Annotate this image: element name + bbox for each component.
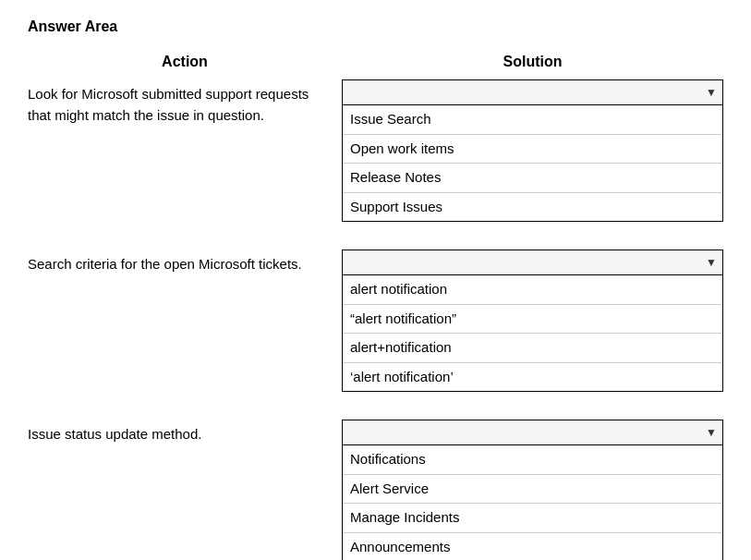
action-cell-0: Look for Microsoft submitted support req… xyxy=(28,79,342,126)
option-item-0-2[interactable]: Release Notes xyxy=(343,163,722,192)
options-list-0: Issue SearchOpen work itemsRelease Notes… xyxy=(342,105,723,222)
option-item-1-1[interactable]: “alert notification” xyxy=(343,304,722,334)
option-item-2-3[interactable]: Announcements xyxy=(343,532,722,561)
dropdown-0[interactable]: ▼ xyxy=(342,79,723,105)
action-cell-1: Search criteria for the open Microsoft t… xyxy=(28,250,342,275)
options-list-1: alert notification“alert notification”al… xyxy=(342,275,723,392)
action-cell-2: Issue status update method. xyxy=(28,420,342,445)
table-row: Issue status update method.▼Notification… xyxy=(28,420,723,560)
option-item-2-0[interactable]: Notifications xyxy=(343,445,722,474)
option-item-0-0[interactable]: Issue Search xyxy=(343,105,722,134)
answer-area-title: Answer Area xyxy=(28,18,723,35)
action-column-header: Action xyxy=(28,54,342,70)
option-item-1-0[interactable]: alert notification xyxy=(343,275,722,304)
option-item-1-2[interactable]: alert+notification xyxy=(343,333,722,362)
option-item-2-1[interactable]: Alert Service xyxy=(343,474,722,504)
chevron-down-icon-0: ▼ xyxy=(706,86,717,99)
options-list-2: NotificationsAlert ServiceManage Inciden… xyxy=(342,445,723,560)
solution-column-header: Solution xyxy=(342,54,723,70)
solution-cell-0: ▼Issue SearchOpen work itemsRelease Note… xyxy=(342,79,723,222)
table-row: Search criteria for the open Microsoft t… xyxy=(28,250,723,392)
dropdown-2[interactable]: ▼ xyxy=(342,420,723,445)
dropdown-1[interactable]: ▼ xyxy=(342,250,723,275)
table-row: Look for Microsoft submitted support req… xyxy=(28,79,723,222)
solution-cell-1: ▼alert notification“alert notification”a… xyxy=(342,250,723,392)
chevron-down-icon-1: ▼ xyxy=(706,256,717,269)
solution-cell-2: ▼NotificationsAlert ServiceManage Incide… xyxy=(342,420,723,560)
option-item-2-2[interactable]: Manage Incidents xyxy=(343,503,722,532)
chevron-down-icon-2: ▼ xyxy=(706,426,717,439)
option-item-0-1[interactable]: Open work items xyxy=(343,134,722,164)
option-item-1-3[interactable]: ‘alert notification’ xyxy=(343,362,722,392)
option-item-0-3[interactable]: Support Issues xyxy=(343,192,722,222)
